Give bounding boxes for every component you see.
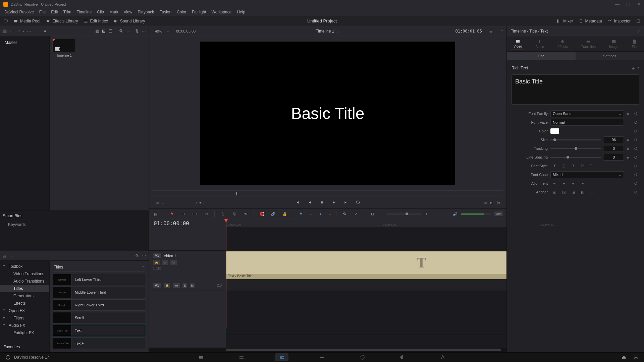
v1-badge[interactable]: V1: [153, 253, 161, 258]
color-reset[interactable]: ↺: [634, 129, 639, 134]
align-left-button[interactable]: ≡: [550, 180, 558, 186]
home-button[interactable]: [621, 355, 627, 360]
menu-fairlight[interactable]: Fairlight: [190, 9, 209, 15]
flag-button[interactable]: ⚑: [298, 210, 305, 217]
keywords-bin[interactable]: Keywords: [3, 221, 146, 228]
title-scroll[interactable]: Scroll: [53, 312, 145, 323]
last-frame-button[interactable]: [342, 198, 350, 206]
timeline-thumbnail[interactable]: Timeline 1: [52, 39, 76, 57]
mp-sidebar-toggle[interactable]: ▤: [3, 28, 7, 34]
subtab-title[interactable]: Title: [507, 52, 576, 60]
viewer-timeline-name[interactable]: Timeline 1: [316, 29, 334, 34]
zoom-audio-button[interactable]: ⤢: [353, 210, 359, 217]
minimize-button[interactable]: —: [615, 2, 620, 7]
title-text-plus[interactable]: Custom TitleText+: [53, 338, 145, 349]
timeline-ruler[interactable]: 01:00:00:00 01:00:02:00 01:00:04:00: [226, 219, 506, 227]
rich-text-input[interactable]: Basic Title: [512, 74, 639, 105]
toolbox-node[interactable]: Toolbox: [0, 263, 49, 270]
title-clip[interactable]: T Text - Basic Title: [226, 251, 506, 279]
mon-layout-button[interactable]: [3, 19, 8, 23]
fairlight-page[interactable]: [396, 353, 409, 361]
menu-color[interactable]: Color: [174, 9, 189, 15]
size-kf[interactable]: ◆: [627, 138, 631, 142]
marker-button[interactable]: ●: [317, 210, 324, 217]
timeline-zoom-slider[interactable]: [387, 214, 421, 215]
fairlightfx-node[interactable]: Fairlight FX: [0, 329, 49, 337]
first-frame-button[interactable]: [293, 198, 302, 206]
zoom-to-fit[interactable]: ⊡: [369, 210, 376, 217]
anchor-ml[interactable]: ◰: [579, 189, 587, 195]
fx-sidebar-toggle[interactable]: ▤: [3, 254, 6, 258]
mp-search-icon[interactable]: 🔍︎: [119, 28, 123, 34]
size-slider[interactable]: [550, 139, 601, 140]
match-frame-button[interactable]: ▭: [484, 200, 487, 205]
v1-auto[interactable]: ▭: [162, 260, 168, 265]
titles-category[interactable]: Titles: [53, 263, 145, 272]
timeline-hscroll[interactable]: [149, 348, 506, 352]
fontstyle-reset[interactable]: ↺: [634, 164, 639, 169]
color-page[interactable]: [356, 353, 369, 361]
mp-list-view[interactable]: ☰: [108, 28, 112, 34]
lock-toggle[interactable]: 🔒: [281, 210, 288, 217]
dynamic-trim-tool[interactable]: ⟷: [192, 210, 198, 217]
a1-track-header[interactable]: A1 🔒 ▭ S M 2.0: [149, 280, 226, 291]
fx-options[interactable]: ⋯: [142, 254, 146, 258]
snap-toggle[interactable]: 🧲: [259, 210, 265, 217]
v1-enable[interactable]: ▭: [170, 260, 177, 265]
font-face-select[interactable]: Normal: [550, 119, 624, 126]
mp-nav-fwd[interactable]: ›: [22, 28, 24, 34]
fusion-page[interactable]: [315, 353, 329, 361]
deliver-page[interactable]: [436, 353, 449, 361]
title-middle-lower-third[interactable]: SampleMiddle Lower Third: [53, 287, 145, 298]
fx-search-icon[interactable]: 🔍︎: [135, 254, 139, 258]
dim-button[interactable]: DIM: [494, 212, 503, 216]
prev-edit-button[interactable]: ‹: [196, 200, 197, 204]
stop-button[interactable]: [318, 198, 326, 206]
edit-index-toggle[interactable]: Edit Index: [84, 19, 108, 23]
media-page[interactable]: [195, 353, 208, 361]
play-button[interactable]: [330, 198, 338, 206]
inspector-toggle[interactable]: Inspector: [607, 19, 631, 23]
tab-image[interactable]: Image: [606, 38, 621, 50]
transform-overlay-button[interactable]: ▭: [156, 200, 159, 205]
tab-transition[interactable]: Transition: [578, 38, 598, 50]
master-bin[interactable]: Master: [3, 39, 47, 46]
tab-video[interactable]: Video: [511, 37, 525, 50]
viewer-options[interactable]: ⋯: [499, 29, 503, 33]
generators-node[interactable]: Generators: [0, 292, 49, 300]
title-text[interactable]: Basic TitleText: [53, 325, 145, 336]
linespacing-reset[interactable]: ↺: [634, 155, 639, 160]
selection-tool[interactable]: [169, 210, 175, 217]
mixer-toggle[interactable]: Mixer: [556, 19, 573, 23]
effects-node[interactable]: Effects: [0, 300, 49, 307]
strike-button[interactable]: T: [569, 163, 577, 169]
color-swatch[interactable]: [550, 128, 559, 134]
menu-view[interactable]: View: [121, 9, 135, 15]
a1-lock[interactable]: 🔒: [164, 283, 170, 288]
font-family-reset[interactable]: ↺: [634, 111, 639, 116]
audio-transitions-node[interactable]: Audio Transitions: [0, 278, 49, 285]
prev-frame-button[interactable]: [306, 198, 314, 206]
menu-file[interactable]: File: [37, 9, 48, 15]
find-button[interactable]: 🔍︎: [341, 210, 348, 217]
font-face-reset[interactable]: ↺: [634, 120, 639, 125]
align-justify-button[interactable]: ≡: [579, 180, 587, 186]
fontcase-select[interactable]: Mixed: [550, 171, 624, 178]
fontcase-reset[interactable]: ↺: [634, 172, 639, 177]
v1-track-header[interactable]: V1 Video 1 🔒 ▭ ▭ 1 Clip: [149, 251, 226, 280]
anchor-tr[interactable]: ◲: [569, 189, 577, 195]
insert-button[interactable]: ⎘: [219, 210, 226, 217]
viewer-timecode[interactable]: 01:00:01:05: [455, 29, 482, 34]
a1-auto[interactable]: ▭: [173, 283, 180, 288]
playhead[interactable]: [226, 219, 226, 327]
timeline-lanes[interactable]: T Text - Basic Title: [226, 227, 506, 348]
font-family-kf[interactable]: ◆: [627, 112, 631, 116]
media-pool-toggle[interactable]: Media Pool: [13, 19, 40, 23]
effects-library-toggle[interactable]: Effects Library: [46, 19, 78, 23]
linespacing-value[interactable]: 0: [604, 154, 624, 161]
align-right-button[interactable]: ≡: [569, 180, 577, 186]
replace-button[interactable]: ⟲: [242, 210, 249, 217]
filters-node[interactable]: Filters: [0, 314, 49, 322]
titles-node[interactable]: Titles: [0, 285, 49, 292]
metadata-toggle[interactable]: Metadata: [579, 19, 602, 23]
